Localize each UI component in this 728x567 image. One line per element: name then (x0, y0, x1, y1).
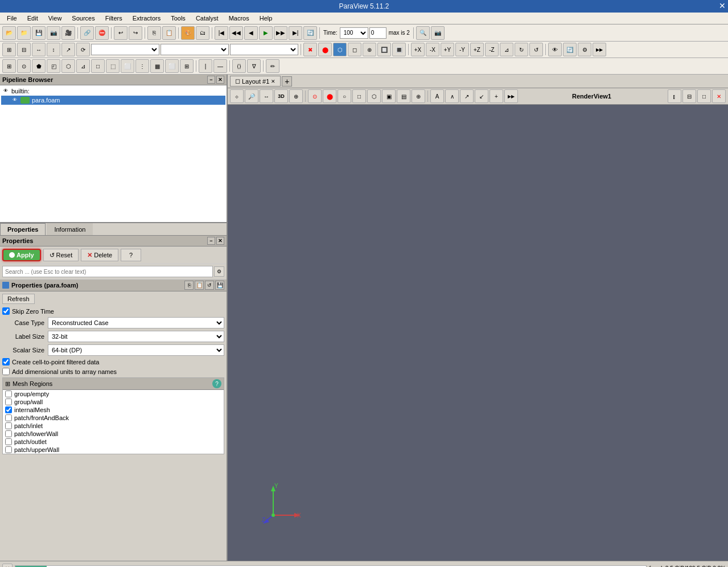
menu-sources[interactable]: Sources (67, 14, 99, 23)
tb2-x-minus[interactable]: -X (426, 43, 439, 56)
representation-select[interactable] (91, 44, 159, 55)
rt-pick3-button[interactable]: ⊕ (412, 89, 425, 103)
tb2-orientation[interactable]: 🔄 (563, 43, 577, 56)
tb3-btn4[interactable]: ◰ (47, 59, 60, 73)
tb2-rotate-ccw[interactable]: ↺ (529, 43, 543, 56)
menu-macros[interactable]: Macros (224, 14, 254, 23)
rt-add-button[interactable]: + (490, 89, 503, 103)
tb2-x-plus[interactable]: +X (411, 43, 425, 56)
tb3-btn10[interactable]: ⋮ (135, 59, 149, 73)
add-layout-button[interactable]: + (282, 76, 292, 87)
tb2-rotate-cw[interactable]: ↻ (515, 43, 528, 56)
time-select[interactable]: 100 (340, 27, 368, 39)
tb3-btn13[interactable]: ⊞ (180, 59, 194, 73)
rt-pick1-button[interactable]: ▣ (382, 89, 396, 103)
tb2-interaction3[interactable]: ⬡ (333, 43, 347, 56)
tb2-interaction2[interactable]: ⬤ (318, 43, 332, 56)
time-input[interactable] (369, 27, 386, 39)
mesh-item-patch-outlet[interactable]: patch/outlet (3, 438, 224, 446)
refresh-button[interactable]: Refresh (2, 294, 35, 304)
tb3-btn1[interactable]: ⊞ (2, 59, 16, 73)
tb2-y-minus[interactable]: -Y (455, 43, 469, 56)
mesh-checkbox-patch-outlet[interactable] (5, 438, 12, 445)
status-close-button[interactable]: ✕ (2, 564, 13, 568)
rt-red-button[interactable]: ⬤ (323, 89, 336, 103)
rv-split-h-button[interactable]: ⊟ (682, 89, 696, 103)
tb2-btn5[interactable]: ↗ (61, 43, 75, 56)
menu-view[interactable]: View (44, 14, 67, 23)
tb2-interaction4[interactable]: ◻ (348, 43, 361, 56)
rt-magnify-button[interactable]: ⊕ (289, 89, 303, 103)
rv-split-v-button[interactable]: ⫿ (668, 89, 681, 103)
menu-tools[interactable]: Tools (166, 14, 190, 23)
open-folder-button[interactable]: 📂 (2, 26, 16, 40)
menu-file[interactable]: File (2, 14, 22, 23)
rt-poly-button[interactable]: ⬡ (367, 89, 381, 103)
start-button[interactable]: |◀ (215, 26, 228, 40)
pipeline-minimize-button[interactable]: − (207, 76, 215, 84)
skip-zero-time-checkbox[interactable] (2, 307, 10, 315)
loop-button[interactable]: 🔄 (303, 26, 317, 40)
tb2-settings[interactable]: ⚙ (578, 43, 591, 56)
paste-button[interactable]: 📋 (162, 26, 176, 40)
rt-more-button[interactable]: ▶▶ (504, 89, 518, 103)
menu-extractors[interactable]: Extractors (128, 14, 166, 23)
parafoam-eye-icon[interactable]: 👁 (13, 97, 18, 103)
rv-maximize-button[interactable]: □ (697, 89, 711, 103)
add-dim-checkbox[interactable] (2, 368, 10, 375)
colormap2-button[interactable]: 🗂 (196, 26, 209, 40)
tb3-edit1[interactable]: ✏ (266, 59, 279, 73)
mesh-checkbox-patch-upper[interactable] (5, 446, 12, 453)
mesh-checkbox-group-empty[interactable] (5, 391, 12, 397)
play-button[interactable]: ▶ (259, 26, 273, 40)
camera-button[interactable]: 📷 (431, 26, 445, 40)
props-refresh-button[interactable]: ↺ (205, 281, 214, 290)
tb3-btn3[interactable]: ⬟ (32, 59, 46, 73)
rt-zoom-button[interactable]: 🔎 (245, 89, 258, 103)
delete-button[interactable]: ✕ Delete (81, 249, 118, 261)
tb3-split-h[interactable]: — (213, 59, 227, 73)
mesh-checkbox-patch-front[interactable] (5, 414, 12, 421)
props-save-button[interactable]: 💾 (215, 281, 224, 290)
label-size-select[interactable]: 32-bit 64-bit (48, 331, 224, 342)
scalar-size-select[interactable]: 64-bit (DP) 32-bit (SP) (48, 344, 224, 356)
properties-close-button[interactable]: ✕ (216, 237, 224, 245)
next-step-button[interactable]: ▶▶ (274, 26, 287, 40)
tb3-btn7[interactable]: □ (91, 59, 105, 73)
mesh-item-patch-front[interactable]: patch/frontAndBack (3, 414, 224, 422)
colormap-button[interactable]: 🎨 (181, 26, 195, 40)
rv-close-button[interactable]: ✕ (712, 89, 726, 103)
tb2-eye-toggle[interactable]: 👁 (548, 43, 562, 56)
tb2-btn2[interactable]: ⊟ (17, 43, 31, 56)
mesh-item-group-empty[interactable]: group/empty (3, 390, 224, 398)
save-animation-button[interactable]: 🎥 (61, 26, 75, 40)
colorarray-select[interactable] (161, 44, 229, 55)
render-viewport[interactable]: + Y X Z (228, 105, 728, 561)
search-input[interactable] (2, 266, 213, 277)
rt-interact-button[interactable]: ↔ (260, 89, 273, 103)
copy-button[interactable]: ⎘ (147, 26, 161, 40)
tb3-btn2[interactable]: ⊙ (17, 59, 31, 73)
mesh-item-patch-upper[interactable]: patch/upperWall (3, 446, 224, 454)
tb2-interaction6[interactable]: 🔲 (377, 43, 391, 56)
save-screenshot-button[interactable]: 📷 (47, 26, 60, 40)
layout-tab[interactable]: ◻ Layout #1 ✕ (230, 76, 281, 87)
connect-button[interactable]: 🔗 (80, 26, 94, 40)
mesh-item-patch-inlet[interactable]: patch/inlet (3, 422, 224, 430)
rt-pick2-button[interactable]: ▤ (397, 89, 410, 103)
apply-button[interactable]: Apply (2, 249, 41, 261)
builtin-eye-icon[interactable]: 👁 (3, 88, 9, 94)
mesh-checkbox-patch-lower[interactable] (5, 430, 12, 437)
end-button[interactable]: ▶| (289, 26, 302, 40)
menu-filters[interactable]: Filters (101, 14, 127, 23)
tb2-btn4[interactable]: ↕ (47, 43, 60, 56)
mesh-checkbox-patch-inlet[interactable] (5, 422, 12, 429)
rt-circle-button[interactable]: ○ (338, 89, 351, 103)
rt-pick5-button[interactable]: ∧ (445, 89, 459, 103)
tb2-isometric[interactable]: ⊿ (500, 43, 513, 56)
tb3-btn12[interactable]: ⬜ (165, 59, 179, 73)
mesh-item-internal-mesh[interactable]: internalMesh (3, 406, 224, 414)
prev-frame-button[interactable]: ◀◀ (229, 26, 243, 40)
menu-edit[interactable]: Edit (23, 14, 43, 23)
reset-button[interactable]: ↺ Reset (43, 249, 79, 261)
